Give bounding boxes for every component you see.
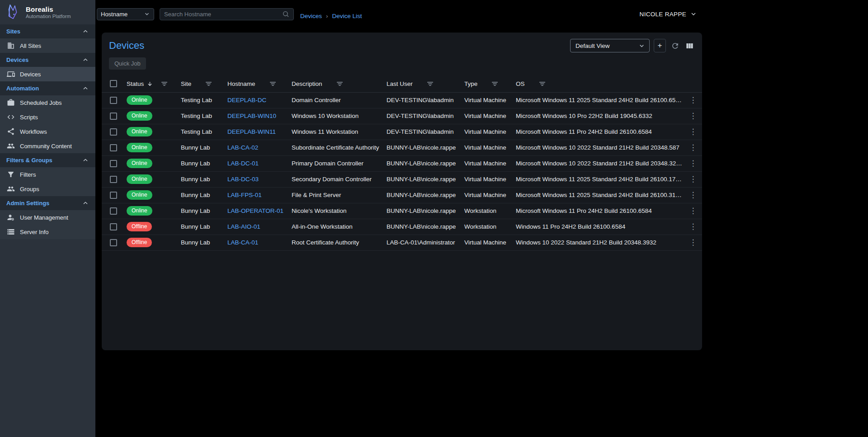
table-row[interactable]: Offline Bunny Lab LAB-CA-01 Root Certifi… [102,235,702,250]
row-checkbox[interactable] [110,192,117,199]
filter-list-icon[interactable] [269,80,277,88]
hostname-link[interactable]: LAB-OPERATOR-01 [227,207,283,214]
quick-job-button[interactable]: Quick Job [109,57,146,70]
table-row[interactable]: Online Testing Lab DEEPLAB-WIN11 Windows… [102,124,702,140]
section-header-automation[interactable]: Automation [0,81,95,95]
user-menu[interactable]: NICOLE RAPPE [640,10,709,18]
search-box [160,8,294,20]
row-checkbox[interactable] [110,128,117,136]
cell-os: Microsoft Windows 10 Pro 22H2 Build 1904… [512,108,684,124]
hostname-link[interactable]: DEEPLAB-WIN11 [227,128,276,135]
table-row[interactable]: Online Bunny Lab LAB-CA-02 Subordinate C… [102,140,702,155]
row-checkbox[interactable] [110,239,117,246]
filter-list-icon[interactable] [426,80,434,88]
row-menu-button[interactable]: ⋮ [684,127,702,136]
code-icon [7,113,15,121]
search-field-select[interactable]: Hostname [97,8,154,20]
sort-desc-icon[interactable] [146,80,153,87]
section-header-filters-groups[interactable]: Filters & Groups [0,153,95,167]
hostname-link[interactable]: DEEPLAB-DC [227,97,266,103]
table-row[interactable]: Offline Bunny Lab LAB-AIO-01 All-in-One … [102,219,702,235]
table-row[interactable]: Online Bunny Lab LAB-DC-01 Primary Domai… [102,155,702,171]
status-badge: Offline [127,222,152,231]
row-menu-button[interactable]: ⋮ [684,190,702,200]
cell-site: Bunny Lab [177,187,224,203]
filter-list-icon[interactable] [336,80,344,88]
hostname-link[interactable]: LAB-DC-03 [227,176,259,183]
breadcrumb: Devices › Device List [300,13,362,19]
column-header-description[interactable]: Description [288,75,383,92]
row-menu-button[interactable]: ⋮ [684,143,702,152]
chevron-up-icon [82,56,89,64]
row-checkbox[interactable] [110,113,117,120]
brand-subtitle: Automation Platform [26,14,71,19]
select-all-checkbox[interactable] [110,80,117,87]
hostname-link[interactable]: LAB-CA-01 [227,239,258,246]
search-input[interactable] [164,11,282,18]
table-row[interactable]: Online Bunny Lab LAB-FPS-01 File & Print… [102,187,702,203]
community-icon [7,142,15,150]
row-checkbox[interactable] [110,223,117,230]
table-row[interactable]: Online Bunny Lab LAB-OPERATOR-01 Nicole'… [102,203,702,219]
filter-list-icon[interactable] [491,80,499,88]
table-row[interactable]: Online Testing Lab DEEPLAB-WIN10 Windows… [102,108,702,124]
row-menu-button[interactable]: ⋮ [684,95,702,105]
sidebar-item-all-sites[interactable]: All Sites [0,38,95,53]
sidebar-item-server-info[interactable]: Server Info [0,225,95,239]
section-header-admin-settings[interactable]: Admin Settings [0,196,95,210]
sidebar-item-scripts[interactable]: Scripts [0,110,95,124]
sidebar-item-user-management[interactable]: User Management [0,210,95,225]
status-badge: Online [127,190,152,200]
row-menu-button[interactable]: ⋮ [684,206,702,216]
column-header-status[interactable]: Status [123,75,177,92]
table-row[interactable]: Online Bunny Lab LAB-DC-03 Secondary Dom… [102,171,702,187]
hostname-link[interactable]: DEEPLAB-WIN10 [227,113,276,119]
filter-list-icon[interactable] [205,80,212,88]
sidebar-item-community-content[interactable]: Community Content [0,139,95,153]
hostname-link[interactable]: LAB-DC-01 [227,160,259,167]
hostname-link[interactable]: LAB-AIO-01 [227,223,260,230]
row-menu-button[interactable]: ⋮ [684,238,702,247]
sidebar-item-workflows[interactable]: Workflows [0,124,95,139]
column-header-os[interactable]: OS [512,75,684,92]
table-row[interactable]: Online Testing Lab DEEPLAB-DC Domain Con… [102,92,702,108]
column-header-last-user[interactable]: Last User [383,75,461,92]
row-checkbox[interactable] [110,207,117,215]
row-checkbox[interactable] [110,176,117,183]
hostname-link[interactable]: LAB-FPS-01 [227,192,262,198]
hostname-link[interactable]: LAB-CA-02 [227,144,258,151]
cell-type: Virtual Machine [461,171,512,187]
filter-list-icon[interactable] [160,80,168,88]
search-icon[interactable] [282,10,289,18]
row-menu-button[interactable]: ⋮ [684,222,702,231]
add-view-button[interactable]: + [654,39,666,52]
row-menu-button[interactable]: ⋮ [684,159,702,168]
status-badge: Online [127,206,152,216]
breadcrumb-device-list[interactable]: Device List [332,13,362,19]
cell-last-user: BUNNY-LAB\nicole.rappe [383,140,461,155]
view-select[interactable]: Default View [570,39,650,52]
filter-icon [7,170,15,179]
cell-os: Microsoft Windows 11 2025 Standard 24H2 … [512,187,684,203]
sidebar-item-scheduled-jobs[interactable]: Scheduled Jobs [0,95,95,110]
row-checkbox[interactable] [110,97,117,104]
column-header-type[interactable]: Type [461,75,512,92]
row-checkbox[interactable] [110,144,117,151]
section-header-sites[interactable]: Sites [0,24,95,38]
column-settings-button[interactable] [684,41,695,51]
column-header-site[interactable]: Site [177,75,224,92]
cell-os: Windows 11 Pro 24H2 Build 26100.6584 [512,219,684,235]
sidebar-item-devices[interactable]: Devices [0,67,95,81]
column-header-hostname[interactable]: Hostname [224,75,288,92]
cell-type: Virtual Machine [461,140,512,155]
status-badge: Online [127,174,152,184]
row-menu-button[interactable]: ⋮ [684,111,702,121]
sidebar-item-groups[interactable]: Groups [0,182,95,196]
breadcrumb-devices[interactable]: Devices [300,13,322,19]
row-menu-button[interactable]: ⋮ [684,174,702,184]
row-checkbox[interactable] [110,160,117,167]
section-header-devices[interactable]: Devices [0,53,95,67]
filter-list-icon[interactable] [538,80,546,88]
refresh-button[interactable] [670,41,680,51]
sidebar-item-filters[interactable]: Filters [0,167,95,182]
